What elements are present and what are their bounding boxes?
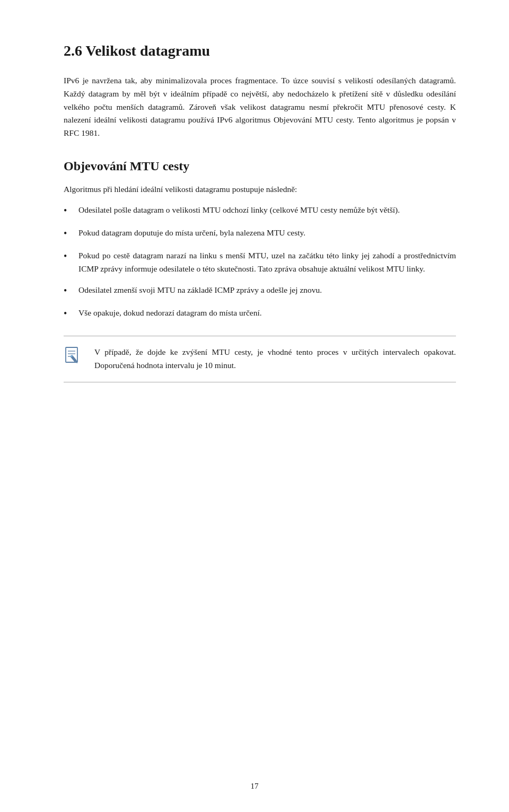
bullet-dot: • (64, 226, 75, 241)
bullet-text-3: Pokud po cestě datagram narazí na linku … (78, 249, 456, 276)
pencil-note-icon (64, 346, 84, 367)
bullet-dot: • (64, 284, 75, 298)
list-item: • Odesilatel zmenší svoji MTU na základě… (64, 284, 456, 298)
document-page: 2.6 Velikost datagramu IPv6 je navržena … (0, 0, 509, 812)
intro-paragraph: IPv6 je navržena tak, aby minimalizovala… (64, 74, 456, 140)
list-item: • Pokud po cestě datagram narazí na link… (64, 249, 456, 276)
page-number: 17 (0, 782, 509, 791)
bullet-dot: • (64, 249, 75, 264)
subsection-intro: Algoritmus při hledání ideální velikosti… (64, 183, 456, 196)
bullet-dot: • (64, 307, 75, 321)
note-text: V případě, že dojde ke zvýšení MTU cesty… (94, 346, 456, 372)
list-item: • Odesilatel pošle datagram o velikosti … (64, 204, 456, 218)
bullet-dot: • (64, 204, 75, 218)
bullet-text-4: Odesilatel zmenší svoji MTU na základě I… (78, 284, 322, 297)
bullet-list: • Odesilatel pošle datagram o velikosti … (64, 204, 456, 321)
list-item: • Vše opakuje, dokud nedorazí datagram d… (64, 307, 456, 321)
list-item: • Pokud datagram doputuje do místa určen… (64, 226, 456, 241)
bullet-text-2: Pokud datagram doputuje do místa určení,… (78, 226, 305, 240)
note-box: V případě, že dojde ke zvýšení MTU cesty… (64, 336, 456, 382)
section-title: 2.6 Velikost datagramu (64, 42, 456, 59)
subsection-title: Objevování MTU cesty (64, 159, 456, 173)
bullet-text-5: Vše opakuje, dokud nedorazí datagram do … (78, 307, 262, 320)
bullet-text-1: Odesilatel pošle datagram o velikosti MT… (78, 204, 400, 217)
